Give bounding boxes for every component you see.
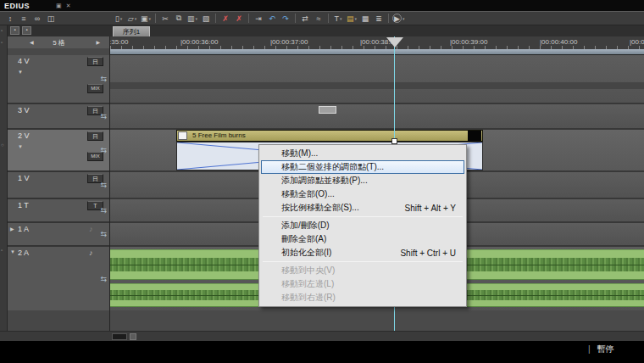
track-header-3v[interactable]: 3 V 日 ⇆ [8, 104, 110, 128]
lane-3v [110, 104, 644, 128]
sync-point-icon: ○ [1, 142, 4, 148]
audio-mixer-icon[interactable]: ≣ [373, 13, 385, 25]
track-header-1a[interactable]: ▶ 1 A ♪ ⇆ [8, 223, 110, 245]
tab-sequence-1[interactable]: 序列1 [113, 26, 150, 36]
title-tool-icon[interactable]: T▾ [332, 13, 344, 25]
dropdown-icon: ▾ [340, 16, 342, 21]
delete-icon[interactable]: ✗ [219, 13, 231, 25]
context-menu: 移動(M)... 移動二個並排的調節點(T)... 添加調節點並移動(P)...… [258, 144, 467, 307]
menu-item-move[interactable]: 移動(M)... [261, 147, 464, 160]
horizontal-scrollbar[interactable] [0, 331, 644, 341]
menu-shortcut: Shift + Ctrl + U [390, 249, 456, 258]
panel-button-2[interactable]: ▪ [22, 26, 31, 35]
panel-timeline-divider [109, 36, 110, 331]
undo-icon[interactable]: ↶ [266, 13, 278, 25]
timecode-ruler[interactable]: |00:00:35:00 |00:00:36:00 |00:00:37:00 |… [110, 36, 644, 49]
speaker-icon[interactable]: ♪ [89, 249, 93, 257]
expand-icon[interactable]: ▼ [10, 249, 15, 254]
track-size-label: 5 格 [8, 38, 110, 47]
lane-4v-mixer-strip [110, 82, 644, 89]
track-header-1v[interactable]: 1 V 日 ⇆ [8, 172, 110, 198]
timeline-view-icon[interactable]: ▤▾ [346, 13, 358, 25]
menu-item-move-to-right: 移動到右邊(R) [261, 291, 464, 304]
set-in-point-icon[interactable]: ⇥ [253, 13, 264, 25]
sequence-tab-bar: ▪ ▪ 序列1 [0, 25, 644, 36]
trim-mode-icon[interactable]: ▦ [359, 13, 371, 25]
menu-item-initialize-all[interactable]: 初始化全部(I)Shift + Ctrl + U [261, 246, 464, 260]
menu-item-move-to-left: 移動到左邊(L) [261, 277, 464, 291]
sync-icon[interactable]: ⇆ [100, 112, 107, 120]
ruler-tick: |00:00:41:00 [630, 38, 644, 46]
ruler-tick: |00:00:39:00 [450, 38, 487, 46]
scrollbar-handle[interactable] [130, 333, 136, 340]
add-source-icon[interactable]: ▱▾ [126, 13, 138, 25]
sync-icon[interactable]: ⇆ [100, 206, 107, 215]
replace-clip-icon[interactable]: ▧ [200, 13, 212, 25]
waveform-display-icon[interactable]: ≈ [313, 13, 325, 25]
video-clip-2v[interactable]: 5 Free Film burns [176, 130, 483, 142]
menu-separator [263, 216, 463, 217]
toolbar-separator [388, 14, 389, 23]
menu-item-add-point-and-move[interactable]: 添加調節點並移動(P)... [261, 174, 464, 187]
clip-fragment-3v[interactable] [319, 106, 336, 114]
expand-icon[interactable]: ▼ [18, 144, 23, 149]
sync-icon[interactable]: ⇆ [100, 75, 107, 83]
menu-item-move-all[interactable]: 移動全部(O)... [261, 187, 464, 201]
track-indicator-icon: ▫ [1, 28, 3, 33]
clip-end-block [468, 131, 481, 141]
copy-icon[interactable]: ⧉ [173, 13, 185, 25]
window-close-icon[interactable]: ✕ [66, 2, 71, 9]
track-height-icon[interactable]: ↕ [4, 13, 16, 25]
toolbar-separator [248, 14, 249, 23]
ruler-tick: |00:00:36:00 [180, 38, 218, 46]
video-channel-badge[interactable]: 日 [87, 131, 103, 141]
edius-window: EDIUS ▣ ✕ ↕ ≡ ∞ ◫ ▯▾ ▱▾ ▣▾ ✂ ⧉ ▥▾ ▧ ✗ ✗ … [0, 0, 644, 363]
scrollbar-thumb[interactable] [112, 333, 127, 340]
menu-shortcut: Shift + Alt + Y [395, 204, 456, 213]
sync-icon[interactable]: ⇆ [100, 181, 107, 189]
save-project-icon[interactable]: ▣▾ [140, 13, 152, 25]
match-frame-icon[interactable]: ⇄ [299, 13, 311, 25]
track-list-icon[interactable]: ≡ [18, 13, 30, 25]
playhead-handle[interactable] [386, 37, 403, 47]
track-header-1t[interactable]: 1 T T ⇆ [8, 199, 110, 221]
menu-item-move-to-center: 移動到中央(V) [261, 264, 464, 277]
next-arrow-icon[interactable]: ▶ [96, 39, 100, 45]
mixer-badge[interactable]: MIX [87, 84, 103, 93]
menu-item-add-delete[interactable]: 添加/刪除(D) [261, 219, 464, 232]
sync-icon[interactable]: ⇆ [100, 275, 107, 283]
track-header-4v[interactable]: 4 V ▼ 日 MIX ⇆ [8, 55, 110, 103]
edius-logo: EDIUS [4, 2, 30, 10]
track-header-2v[interactable]: 2 V ▼ 日 MIX ⇆ [8, 130, 110, 170]
sync-mode-icon[interactable]: ∞ [31, 13, 43, 25]
title-bar: EDIUS ▣ ✕ [0, 0, 644, 11]
cut-icon[interactable]: ✂ [159, 13, 171, 25]
rubber-band-control-point[interactable] [391, 138, 397, 144]
sync-icon[interactable]: ⇆ [100, 230, 107, 238]
track-header-panel: ▫ ▫ ○ ▫ ◀ 5 格 ▶ 4 V ▼ 日 MIX ⇆ 3 V 日 ⇆ 2 … [0, 36, 110, 331]
window-grid-icon[interactable]: ▣ [56, 2, 62, 9]
menu-item-move-all-proportional[interactable]: 按比例移動全部(S)...Shift + Alt + Y [261, 201, 464, 215]
collapse-icon[interactable]: ▶ [10, 226, 14, 232]
ripple-mode-icon[interactable]: ◫ [45, 13, 57, 25]
in-out-marker-bar[interactable] [110, 49, 644, 55]
paste-icon[interactable]: ▥▾ [186, 13, 198, 25]
track-header-2a[interactable]: ▼ 2 A ♪ ⇆ [8, 247, 110, 310]
ripple-delete-icon[interactable]: ✗ [233, 13, 245, 25]
dropdown-icon: ▾ [196, 16, 198, 21]
new-clip-icon[interactable]: ▯▾ [113, 13, 125, 25]
panel-button-1[interactable]: ▪ [10, 26, 19, 35]
speaker-muted-icon[interactable]: ♪ [89, 225, 93, 233]
track-indicator-icon: ▫ [1, 248, 3, 253]
expand-icon[interactable]: ▼ [18, 70, 23, 75]
toolbar-separator [215, 14, 216, 23]
menu-item-move-two-adjacent-points[interactable]: 移動二個並排的調節點(T)... [261, 160, 464, 174]
redo-icon[interactable]: ↷ [280, 13, 291, 25]
menu-item-delete-all[interactable]: 刪除全部(A) [261, 232, 464, 246]
sync-icon[interactable]: ⇆ [100, 146, 107, 154]
toolbar-separator [328, 14, 329, 23]
export-icon[interactable]: ▶▾ [392, 13, 405, 25]
video-channel-badge[interactable]: 日 [87, 57, 103, 66]
playback-status: |暫停 [588, 343, 614, 355]
toolbar-separator [155, 14, 156, 23]
